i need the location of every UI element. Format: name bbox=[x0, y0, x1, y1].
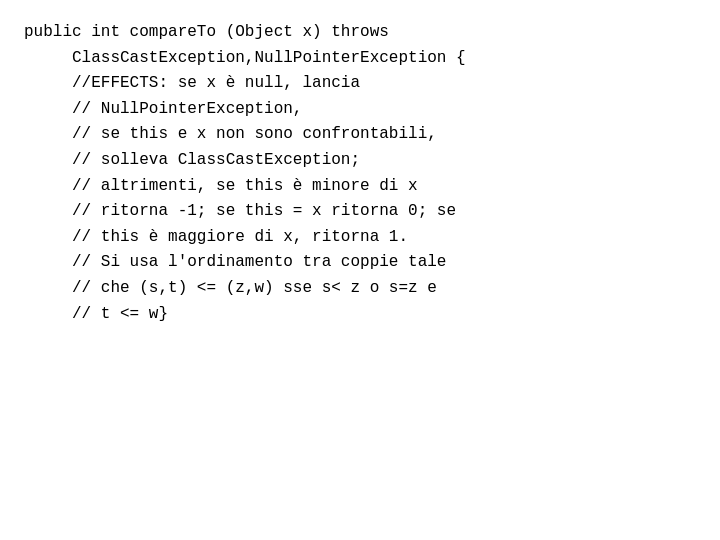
code-display: public int compareTo (Object x) throws C… bbox=[24, 20, 466, 327]
